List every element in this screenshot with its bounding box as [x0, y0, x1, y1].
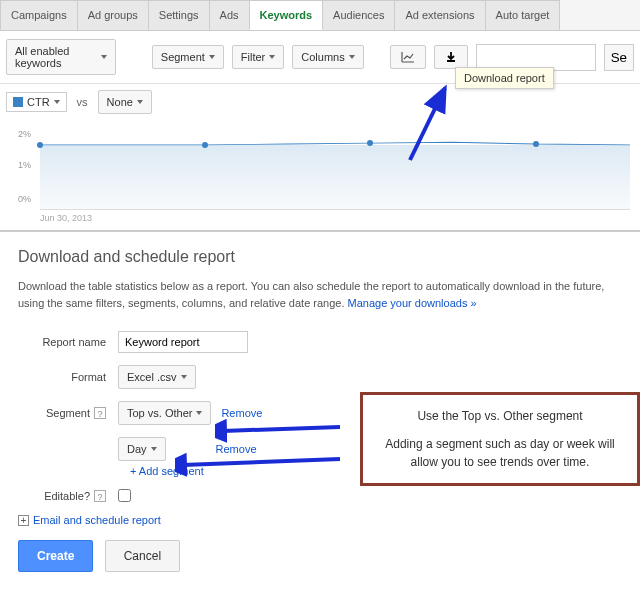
- caret-icon: [209, 55, 215, 59]
- remove-segment1-link[interactable]: Remove: [221, 407, 262, 419]
- tab-campaigns[interactable]: Campaigns: [0, 0, 78, 30]
- tab-ads[interactable]: Ads: [209, 0, 250, 30]
- ctr-label: CTR: [27, 96, 50, 108]
- editable-label: Editable??: [18, 490, 118, 502]
- filter-dropdown[interactable]: Filter: [232, 45, 284, 69]
- chart-icon-button[interactable]: [390, 45, 426, 69]
- report-section: Download and schedule report Download th…: [0, 230, 640, 588]
- format-label: Format: [18, 371, 118, 383]
- caret-icon: [54, 100, 60, 104]
- report-name-input[interactable]: [118, 331, 248, 353]
- ctr-metric-chip[interactable]: CTR: [6, 92, 67, 112]
- tabs-bar: Campaigns Ad groups Settings Ads Keyword…: [0, 0, 640, 31]
- tab-audiences[interactable]: Audiences: [322, 0, 395, 30]
- button-row: Create Cancel: [18, 540, 622, 572]
- chart-point: [367, 140, 373, 146]
- caret-icon: [196, 411, 202, 415]
- y-tick-1: 1%: [18, 160, 31, 170]
- filter-label: Filter: [241, 51, 265, 63]
- toolbar: All enabled keywords Segment Filter Colu…: [0, 31, 640, 84]
- caret-icon: [349, 55, 355, 59]
- report-name-row: Report name: [18, 331, 622, 353]
- y-tick-0: 0%: [18, 194, 31, 204]
- format-dropdown[interactable]: Excel .csv: [118, 365, 196, 389]
- expand-icon: +: [18, 515, 29, 526]
- keywords-filter-dropdown[interactable]: All enabled keywords: [6, 39, 116, 75]
- compare-metric-dropdown[interactable]: None: [98, 90, 152, 114]
- tab-ad-extensions[interactable]: Ad extensions: [394, 0, 485, 30]
- manage-downloads-link[interactable]: Manage your downloads »: [348, 297, 477, 309]
- columns-label: Columns: [301, 51, 344, 63]
- callout-line1: Use the Top vs. Other segment: [379, 407, 621, 425]
- chart-fill: [40, 145, 630, 209]
- download-tooltip: Download report: [455, 67, 554, 89]
- tab-ad-groups[interactable]: Ad groups: [77, 0, 149, 30]
- editable-row: Editable??: [18, 489, 622, 502]
- search-button[interactable]: Se: [604, 44, 634, 71]
- caret-icon: [101, 55, 107, 59]
- report-title: Download and schedule report: [18, 248, 622, 266]
- report-description: Download the table statistics below as a…: [18, 278, 622, 311]
- download-button[interactable]: [434, 45, 468, 69]
- y-tick-2: 2%: [18, 129, 31, 139]
- annotation-callout: Use the Top vs. Other segment Adding a s…: [360, 392, 640, 486]
- keywords-filter-label: All enabled keywords: [15, 45, 97, 69]
- remove-segment2-link[interactable]: Remove: [216, 443, 257, 455]
- chart-point: [37, 142, 43, 148]
- cancel-button[interactable]: Cancel: [105, 540, 180, 572]
- metric-row: CTR vs None: [0, 84, 640, 120]
- report-name-label: Report name: [18, 336, 118, 348]
- format-row: Format Excel .csv: [18, 365, 622, 389]
- metric-color-square: [13, 97, 23, 107]
- segment1-dropdown[interactable]: Top vs. Other: [118, 401, 211, 425]
- chart-x-start: Jun 30, 2013: [40, 213, 92, 223]
- caret-icon: [181, 375, 187, 379]
- chart-area: 2% 1% 0% Jun 30, 2013: [0, 120, 640, 210]
- caret-icon: [137, 100, 143, 104]
- tab-auto-target[interactable]: Auto target: [485, 0, 561, 30]
- chart-point: [202, 142, 208, 148]
- create-button[interactable]: Create: [18, 540, 93, 572]
- chart-point: [533, 141, 539, 147]
- tab-keywords[interactable]: Keywords: [249, 0, 324, 30]
- columns-dropdown[interactable]: Columns: [292, 45, 363, 69]
- vs-text: vs: [77, 96, 88, 108]
- email-schedule-toggle[interactable]: + Email and schedule report: [18, 514, 622, 526]
- editable-checkbox[interactable]: [118, 489, 131, 502]
- help-icon[interactable]: ?: [94, 407, 106, 419]
- format-value: Excel .csv: [127, 371, 177, 383]
- callout-line2: Adding a segment such as day or week wil…: [379, 435, 621, 471]
- segment-form-label: Segment?: [18, 407, 118, 419]
- caret-icon: [151, 447, 157, 451]
- tab-settings[interactable]: Settings: [148, 0, 210, 30]
- segment-dropdown[interactable]: Segment: [152, 45, 224, 69]
- caret-icon: [269, 55, 275, 59]
- email-schedule-label: Email and schedule report: [33, 514, 161, 526]
- none-label: None: [107, 96, 133, 108]
- segment2-dropdown[interactable]: Day: [118, 437, 166, 461]
- segment-label: Segment: [161, 51, 205, 63]
- svg-line-1: [223, 427, 340, 431]
- segment2-value: Day: [127, 443, 147, 455]
- help-icon[interactable]: ?: [94, 490, 106, 502]
- segment1-value: Top vs. Other: [127, 407, 192, 419]
